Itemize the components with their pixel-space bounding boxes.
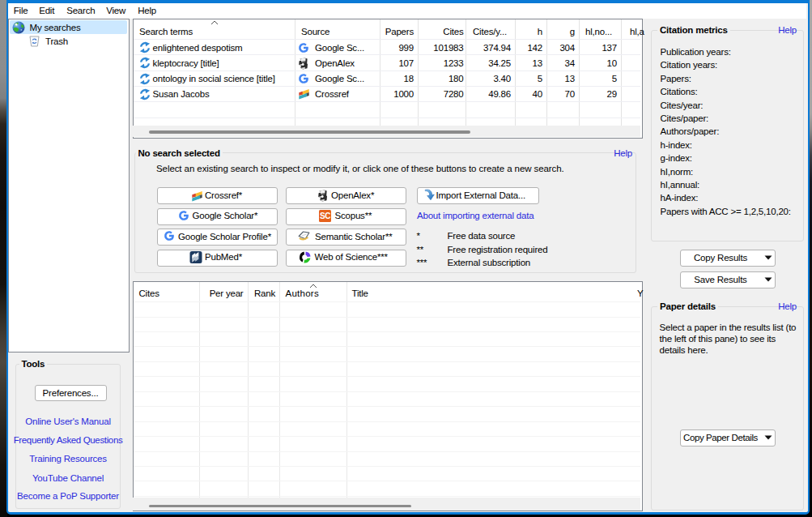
svg-text:SC: SC <box>320 212 330 220</box>
